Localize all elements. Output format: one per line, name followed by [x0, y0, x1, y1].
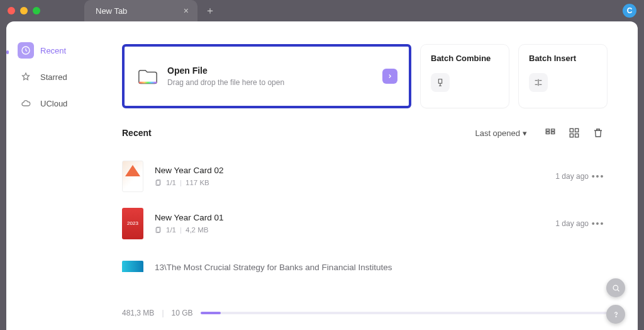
svg-rect-6	[570, 128, 573, 132]
browser-tab[interactable]: New Tab ×	[84, 0, 197, 21]
tab-close-icon[interactable]: ×	[184, 6, 189, 16]
file-meta: 1/1 | 4,2 MB	[155, 226, 532, 234]
svg-rect-8	[570, 134, 573, 137]
svg-rect-9	[575, 134, 579, 137]
file-more-button[interactable]: •••	[589, 171, 608, 181]
view-list-icon[interactable]	[545, 127, 556, 139]
storage-total: 10 GB	[172, 309, 193, 317]
file-row[interactable]: New Year Card 02 1/1 | 117 KB 1 day ago …	[122, 152, 608, 200]
file-row[interactable]: 13\The Most Crucial Strategy for Banks a…	[122, 247, 608, 272]
file-name: New Year Card 02	[155, 166, 532, 175]
batch-insert-card[interactable]: Batch Insert	[518, 44, 608, 108]
sidebar-item-recent[interactable]: Recent	[13, 39, 80, 62]
sidebar-item-starred[interactable]: Starred	[13, 65, 80, 88]
folder-icon	[137, 67, 158, 85]
file-thumbnail	[122, 261, 143, 272]
file-more-button[interactable]: •••	[589, 219, 608, 229]
help-fab[interactable]	[606, 305, 625, 324]
view-grid-icon[interactable]	[569, 127, 580, 139]
cloud-icon	[18, 95, 34, 111]
file-meta: 1/1 | 117 KB	[155, 179, 532, 186]
file-name: 13\The Most Crucial Strategy for Banks a…	[155, 263, 608, 272]
svg-rect-2	[546, 129, 549, 131]
window-close-icon[interactable]	[8, 7, 15, 14]
batch-insert-label: Batch Insert	[529, 54, 597, 63]
svg-point-15	[616, 316, 616, 317]
open-file-subtitle: Drag and drop the file here to open	[167, 78, 382, 87]
tab-title: New Tab	[96, 6, 127, 16]
new-tab-button[interactable]: ＋	[205, 4, 215, 18]
window-minimize-icon[interactable]	[20, 7, 28, 14]
storage-progress	[201, 312, 608, 314]
batch-combine-card[interactable]: Batch Combine	[420, 44, 509, 108]
svg-rect-3	[546, 132, 549, 134]
file-thumbnail: 2023	[122, 208, 143, 239]
svg-point-14	[613, 285, 618, 290]
list-heading: Recent	[122, 128, 152, 138]
file-date: 1 day ago	[532, 219, 589, 228]
file-date: 1 day ago	[532, 172, 589, 181]
svg-rect-5	[552, 132, 555, 134]
storage-progress-fill	[201, 312, 221, 314]
batch-combine-icon	[431, 73, 450, 92]
sidebar-item-label: Recent	[40, 46, 66, 55]
sidebar-item-ucloud[interactable]: UCloud	[13, 92, 80, 115]
clock-icon	[18, 42, 34, 59]
batch-insert-icon	[529, 73, 548, 92]
sort-label: Last opened	[475, 128, 520, 138]
svg-rect-7	[575, 128, 579, 132]
sort-dropdown[interactable]: Last opened ▾	[475, 128, 527, 138]
open-file-go-button[interactable]	[382, 69, 397, 84]
star-icon	[18, 69, 34, 85]
file-name: New Year Card 01	[155, 213, 532, 222]
sidebar-item-label: Starred	[40, 72, 67, 82]
avatar[interactable]: C	[623, 4, 636, 18]
open-file-title: Open File	[167, 65, 382, 76]
batch-combine-label: Batch Combine	[431, 54, 499, 63]
sidebar-active-indicator	[6, 50, 9, 54]
svg-rect-1	[139, 82, 157, 84]
storage-used: 481,3 MB	[122, 309, 154, 317]
delete-icon[interactable]	[592, 127, 604, 139]
search-fab[interactable]	[606, 278, 625, 297]
chevron-down-icon: ▾	[523, 128, 527, 138]
svg-rect-4	[552, 129, 555, 131]
sidebar-item-label: UCloud	[40, 99, 67, 108]
open-file-dropzone[interactable]: Open File Drag and drop the file here to…	[122, 44, 411, 108]
window-zoom-icon[interactable]	[33, 7, 40, 14]
file-thumbnail	[122, 161, 143, 192]
file-row[interactable]: 2023 New Year Card 01 1/1 | 4,2 MB 1 day…	[122, 200, 608, 247]
storage-bar: 481,3 MB | 10 GB	[122, 309, 608, 317]
